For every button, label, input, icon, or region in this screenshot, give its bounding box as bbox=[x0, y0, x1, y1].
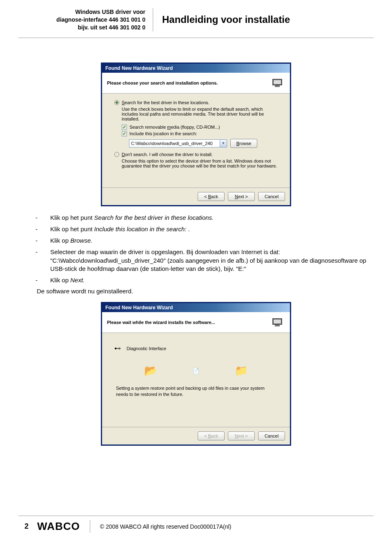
back-button[interactable]: < Back bbox=[198, 192, 225, 201]
list-item: Selecteer de map waarin de driver is opg… bbox=[43, 248, 374, 273]
cancel-button[interactable]: Cancel bbox=[258, 192, 285, 201]
radio-icon bbox=[114, 100, 119, 105]
checkmark-icon: ✓ bbox=[122, 131, 127, 136]
wizard-screenshot-1: Found New Hardware Wizard Please choose … bbox=[101, 63, 291, 206]
usb-icon: ⊷ bbox=[114, 344, 121, 352]
header-left-line2: diagnose-interface 446 301 001 0 bbox=[56, 16, 145, 23]
page-header: Windows USB driver voor diagnose-interfa… bbox=[18, 0, 374, 38]
next-button: Next > bbox=[228, 431, 255, 440]
back-button: < Back bbox=[198, 431, 225, 440]
list-item: Klik op Browse. bbox=[43, 237, 374, 245]
list-item: Klik op het punt Search for the best dri… bbox=[43, 214, 374, 222]
list-item: Klik op Next. bbox=[43, 276, 374, 284]
location-path: C:\Wabco\download\wdi_usb_driver_240 bbox=[129, 141, 220, 146]
wizard2-status: Setting a system restore point and backi… bbox=[116, 385, 276, 398]
checkmark-icon: ✓ bbox=[122, 125, 127, 130]
instruction-after: De software wordt nu geïnstalleerd. bbox=[37, 288, 374, 295]
radio-dont-search[interactable]: Don't search. I will choose the driver t… bbox=[114, 152, 278, 157]
wizard1-hint2: Choose this option to select the device … bbox=[122, 159, 278, 168]
wizard-screenshot-2: Found New Hardware Wizard Please wait wh… bbox=[101, 302, 291, 446]
next-button[interactable]: Next > bbox=[228, 192, 255, 201]
list-item: Klik op het punt Include this location i… bbox=[43, 225, 374, 233]
page-number: 2 bbox=[18, 522, 35, 531]
wizard2-heading: Please wait while the wizard installs th… bbox=[107, 320, 215, 325]
device-name: Diagnostic Interface bbox=[127, 346, 166, 351]
wizard1-titlebar: Found New Hardware Wizard bbox=[102, 64, 290, 73]
radio-search-best[interactable]: Search for the best driver in these loca… bbox=[114, 100, 278, 105]
device-icon bbox=[270, 316, 285, 328]
file-transfer-icon: 📄 bbox=[192, 368, 199, 374]
svg-rect-4 bbox=[275, 325, 280, 326]
folder-open-icon: 📂 bbox=[144, 364, 157, 377]
wizard1-hint: Use the check boxes below to limit or ex… bbox=[122, 107, 278, 121]
copyright: © 2008 WABCO All rights reserved Doc0000… bbox=[90, 523, 232, 530]
page-footer: 2 WABCO © 2008 WABCO All rights reserved… bbox=[18, 516, 374, 533]
folder-icon: 📁 bbox=[235, 364, 248, 377]
page-title: Handleiding voor installatie bbox=[153, 14, 290, 25]
svg-rect-2 bbox=[274, 80, 281, 84]
wizard1-heading: Please choose your search and installati… bbox=[107, 80, 218, 85]
svg-rect-1 bbox=[275, 85, 280, 87]
cancel-button[interactable]: Cancel bbox=[258, 431, 285, 440]
checkbox-include-location[interactable]: ✓ Include this location in the search: bbox=[122, 131, 278, 136]
wizard2-titlebar: Found New Hardware Wizard bbox=[102, 303, 290, 312]
device-icon bbox=[270, 77, 285, 89]
svg-rect-5 bbox=[274, 319, 281, 324]
browse-button[interactable]: Browse bbox=[230, 139, 257, 148]
header-left: Windows USB driver voor diagnose-interfa… bbox=[18, 8, 153, 31]
header-left-line1: Windows USB driver voor bbox=[75, 9, 145, 15]
header-left-line3: bijv. uit set 446 301 002 0 bbox=[78, 24, 145, 31]
checkbox-removable-media[interactable]: ✓ Search removable media (floppy, CD-ROM… bbox=[122, 125, 278, 130]
wabco-logo: WABCO bbox=[35, 520, 90, 533]
location-combobox[interactable]: C:\Wabco\download\wdi_usb_driver_240 ▼ bbox=[129, 139, 227, 147]
chevron-down-icon[interactable]: ▼ bbox=[220, 140, 227, 147]
radio-icon bbox=[114, 152, 119, 157]
instruction-list: Klik op het punt Search for the best dri… bbox=[43, 214, 374, 285]
